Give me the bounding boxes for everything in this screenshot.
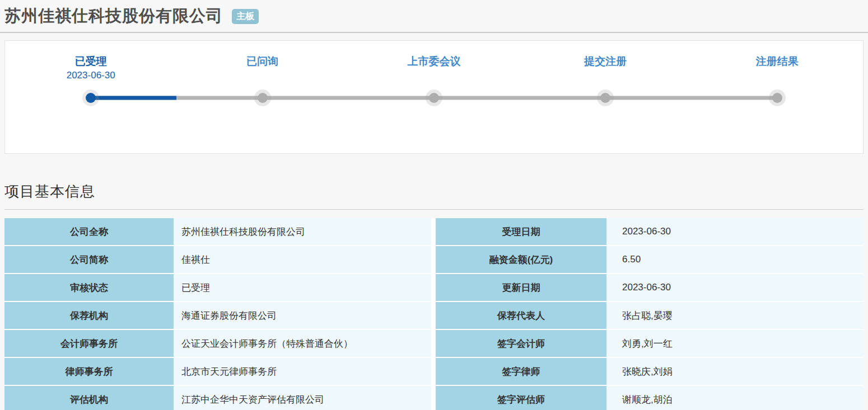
info-value: 已受理: [174, 274, 431, 301]
column-divider: [431, 246, 436, 273]
stage-label: 已问询: [176, 55, 348, 68]
info-value: 2023-06-30: [606, 218, 864, 245]
stage-label: 上市委会议: [348, 55, 520, 68]
info-label: 签字律师: [436, 358, 606, 385]
info-label: 评估机构: [4, 386, 174, 410]
info-label: 受理日期: [436, 218, 606, 245]
timeline-track: [5, 89, 863, 106]
stage-date: [692, 69, 863, 82]
info-value: 6.50: [606, 246, 864, 273]
timeline-stage: 上市委会议: [348, 55, 520, 82]
info-value: 2023-06-30: [606, 274, 864, 301]
column-divider: [431, 302, 436, 329]
section-title: 项目基本信息: [4, 167, 864, 210]
table-row: 评估机构 江苏中企华中天资产评估有限公司 签字评估师 谢顺龙,胡泊: [4, 386, 864, 410]
stage-label: 提交注册: [520, 55, 691, 68]
info-label: 更新日期: [436, 274, 606, 301]
stage-dot: [772, 93, 782, 103]
column-divider: [431, 274, 436, 301]
stage-date: [348, 69, 520, 82]
page-title: 苏州佳祺仕科技股份有限公司: [4, 7, 223, 25]
table-row: 律师事务所 北京市天元律师事务所 签字律师 张晓庆,刘娟: [4, 358, 864, 386]
timeline-stage: 提交注册: [520, 55, 691, 82]
column-divider: [431, 218, 436, 245]
stage-label: 注册结果: [692, 55, 863, 68]
stage-dot: [429, 93, 439, 103]
stage-date: [520, 69, 691, 82]
timeline-stage: 注册结果: [692, 55, 863, 82]
info-label: 律师事务所: [4, 358, 174, 385]
info-value: 谢顺龙,胡泊: [606, 386, 864, 410]
stage-dot: [600, 93, 610, 103]
info-value: 苏州佳祺仕科技股份有限公司: [174, 218, 431, 245]
stage-dot: [86, 93, 96, 103]
table-row: 会计师事务所 公证天业会计师事务所（特殊普通合伙） 签字会计师 刘勇,刘一红: [4, 330, 864, 358]
info-value: 北京市天元律师事务所: [174, 358, 431, 385]
info-label: 公司全称: [4, 218, 174, 245]
timeline-stage-labels: 已受理 2023-06-30 已问询 上市委会议 提交注册 注册结果: [5, 55, 863, 82]
timeline-stage: 已受理 2023-06-30: [5, 55, 176, 82]
column-divider: [431, 358, 436, 385]
info-label: 保荐机构: [4, 302, 174, 329]
info-value: 张占聪,晏璎: [606, 302, 864, 329]
info-label: 签字评估师: [436, 386, 606, 410]
stage-label: 已受理: [5, 55, 176, 68]
project-info-table: 公司全称 苏州佳祺仕科技股份有限公司 受理日期 2023-06-30 公司简称 …: [4, 218, 864, 410]
info-value: 佳祺仕: [174, 246, 431, 273]
info-value: 公证天业会计师事务所（特殊普通合伙）: [174, 330, 431, 357]
info-value: 海通证券股份有限公司: [174, 302, 431, 329]
column-divider: [431, 386, 436, 410]
info-value: 刘勇,刘一红: [606, 330, 864, 357]
page-header: 苏州佳祺仕科技股份有限公司 主板: [0, 0, 868, 33]
stage-date: [176, 69, 348, 82]
board-badge: 主板: [232, 9, 259, 24]
table-row: 公司全称 苏州佳祺仕科技股份有限公司 受理日期 2023-06-30: [4, 218, 864, 246]
stage-date: 2023-06-30: [5, 69, 176, 82]
table-row: 审核状态 已受理 更新日期 2023-06-30: [4, 274, 864, 302]
info-label: 公司简称: [4, 246, 174, 273]
column-divider: [431, 330, 436, 357]
info-value: 张晓庆,刘娟: [606, 358, 864, 385]
info-label: 审核状态: [4, 274, 174, 301]
timeline-progress-line: [91, 96, 176, 100]
info-label: 融资金额(亿元): [436, 246, 606, 273]
info-value: 江苏中企华中天资产评估有限公司: [174, 386, 431, 410]
info-label: 会计师事务所: [4, 330, 174, 357]
review-status-timeline-panel: 已受理 2023-06-30 已问询 上市委会议 提交注册 注册结果: [4, 40, 864, 154]
info-label: 保荐代表人: [436, 302, 606, 329]
stage-dot: [258, 93, 268, 103]
table-row: 保荐机构 海通证券股份有限公司 保荐代表人 张占聪,晏璎: [4, 302, 864, 330]
info-label: 签字会计师: [436, 330, 606, 357]
timeline-stage: 已问询: [176, 55, 348, 82]
table-row: 公司简称 佳祺仕 融资金额(亿元) 6.50: [4, 246, 864, 274]
